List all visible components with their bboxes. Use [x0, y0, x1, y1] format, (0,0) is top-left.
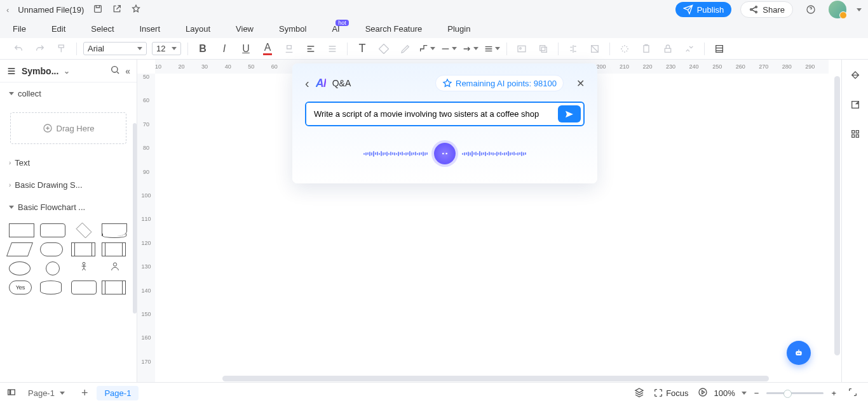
- sidebar-scrollbar[interactable]: [133, 123, 137, 314]
- shape-connector[interactable]: [40, 261, 66, 275]
- search-icon[interactable]: [110, 65, 120, 77]
- svg-rect-22: [851, 135, 854, 137]
- menu-insert[interactable]: Insert: [127, 24, 173, 34]
- drag-target[interactable]: Drag Here: [10, 112, 126, 144]
- menu-file[interactable]: File: [0, 24, 39, 34]
- share-button[interactable]: Share: [740, 1, 793, 18]
- shape-predefined-process[interactable]: [71, 242, 95, 256]
- crop-button[interactable]: [587, 41, 603, 57]
- format-painter-button[interactable]: [53, 41, 70, 57]
- page-selector[interactable]: Page-1: [20, 386, 72, 400]
- section-basic-drawing[interactable]: ›Basic Drawing S...: [0, 174, 137, 196]
- shape-user[interactable]: [102, 261, 128, 275]
- shape-terminator[interactable]: [40, 242, 63, 256]
- lock-button[interactable]: [660, 41, 676, 57]
- menu-ai[interactable]: AIhot: [319, 24, 352, 34]
- shape-document[interactable]: [102, 223, 127, 236]
- copy-button[interactable]: [535, 41, 552, 57]
- section-text[interactable]: ›Text: [0, 152, 137, 174]
- shape-data[interactable]: [6, 242, 33, 256]
- avatar-chevron-icon[interactable]: [857, 8, 862, 11]
- svg-rect-14: [716, 45, 723, 52]
- zoom-level[interactable]: 100%: [712, 388, 738, 398]
- shape-card[interactable]: [71, 281, 97, 294]
- ai-send-button[interactable]: [558, 105, 581, 122]
- fill-tool-icon[interactable]: [848, 69, 862, 83]
- menu-view[interactable]: View: [223, 24, 266, 34]
- ai-close-icon[interactable]: ✕: [576, 77, 585, 89]
- line-style-button[interactable]: [440, 41, 457, 57]
- open-external-icon[interactable]: [112, 4, 122, 16]
- apps-icon[interactable]: [848, 127, 862, 141]
- undo-button[interactable]: [10, 41, 27, 57]
- ai-points-badge[interactable]: Remaining AI points: 98100: [435, 75, 564, 91]
- menu-layout[interactable]: Layout: [173, 24, 223, 34]
- pages-menu-icon[interactable]: [6, 387, 17, 399]
- shape-yes-label[interactable]: Yes: [9, 281, 32, 294]
- page-tab-active[interactable]: Page-1: [97, 386, 139, 400]
- publish-button[interactable]: Publish: [675, 2, 732, 17]
- settings-button[interactable]: [681, 41, 698, 57]
- presentation-icon[interactable]: [698, 387, 708, 399]
- canvas-vertical-scrollbar[interactable]: [834, 76, 840, 355]
- add-page-button[interactable]: +: [76, 386, 93, 400]
- grid-attach-button[interactable]: [711, 41, 728, 57]
- font-size-select[interactable]: 12: [152, 42, 181, 55]
- ai-float-button[interactable]: [787, 341, 811, 365]
- zoom-in-button[interactable]: +: [827, 388, 840, 398]
- avatar[interactable]: [829, 1, 846, 18]
- shape-internal-storage[interactable]: [102, 242, 126, 256]
- section-collect[interactable]: collect: [0, 83, 137, 105]
- ai-back-icon[interactable]: ‹: [305, 76, 309, 91]
- align-objects-button[interactable]: [565, 41, 581, 57]
- shape-rectangle[interactable]: [9, 223, 34, 237]
- svg-rect-0: [95, 5, 102, 12]
- effects-button[interactable]: [616, 41, 633, 57]
- image-button[interactable]: [513, 41, 530, 57]
- shape-decision[interactable]: [71, 223, 97, 237]
- pen-tool-button[interactable]: [397, 41, 414, 57]
- fullscreen-icon[interactable]: [844, 387, 862, 399]
- menu-edit[interactable]: Edit: [39, 24, 78, 34]
- menu-plugin[interactable]: Plugin: [435, 24, 483, 34]
- layers-icon[interactable]: [634, 387, 644, 399]
- bold-button[interactable]: B: [194, 41, 211, 57]
- section-basic-flowchart[interactable]: Basic Flowchart ...: [0, 196, 137, 218]
- shape-database[interactable]: [40, 281, 62, 294]
- clipboard-button[interactable]: [638, 41, 654, 57]
- star-icon[interactable]: [131, 4, 141, 16]
- shape-actor[interactable]: [71, 261, 97, 275]
- underline-button[interactable]: U: [238, 41, 254, 57]
- font-select[interactable]: Arial: [83, 42, 147, 55]
- shape-outline-button[interactable]: [376, 41, 392, 57]
- menu-search-feature[interactable]: Search Feature: [353, 24, 435, 34]
- ai-prompt-input[interactable]: [306, 103, 555, 125]
- canvas-horizontal-scrollbar[interactable]: [222, 376, 769, 381]
- shape-stored-data[interactable]: [102, 281, 126, 294]
- export-icon[interactable]: [848, 98, 862, 112]
- line-weight-button[interactable]: [484, 41, 500, 57]
- shape-ellipse[interactable]: [9, 261, 31, 275]
- connector-button[interactable]: [419, 41, 435, 57]
- zoom-out-button[interactable]: −: [750, 388, 763, 398]
- italic-button[interactable]: I: [216, 41, 233, 57]
- menu-select[interactable]: Select: [78, 24, 126, 34]
- redo-button[interactable]: [32, 41, 48, 57]
- text-color-button[interactable]: A: [259, 41, 276, 57]
- arrow-style-button[interactable]: [462, 41, 478, 57]
- zoom-chevron-icon[interactable]: [742, 392, 747, 395]
- svg-point-24: [442, 153, 444, 155]
- save-icon[interactable]: [93, 4, 103, 16]
- collapse-sidebar-icon[interactable]: «: [125, 66, 130, 76]
- help-icon[interactable]: [802, 1, 820, 18]
- align-left-button[interactable]: [302, 41, 319, 57]
- focus-button[interactable]: Focus: [648, 388, 693, 398]
- expand-chevron-icon[interactable]: ⌄: [64, 67, 70, 76]
- menu-symbol[interactable]: Symbol: [266, 24, 319, 34]
- highlight-button[interactable]: [281, 41, 297, 57]
- shape-rounded-rectangle[interactable]: [40, 223, 65, 237]
- text-tool-button[interactable]: T: [354, 41, 370, 57]
- back-icon[interactable]: ‹: [6, 5, 9, 15]
- align-vertical-button[interactable]: [324, 41, 341, 57]
- zoom-slider[interactable]: [766, 392, 824, 394]
